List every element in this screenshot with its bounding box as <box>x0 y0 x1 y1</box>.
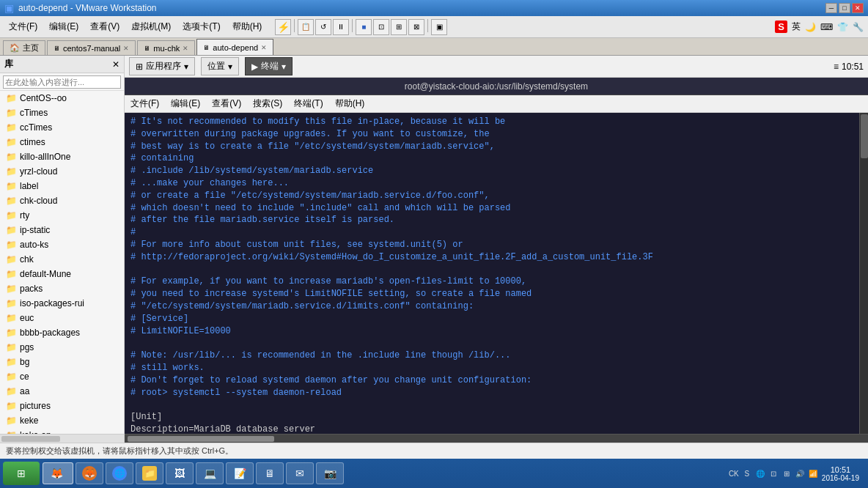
terminal-h-scrollbar[interactable] <box>125 434 868 443</box>
list-item[interactable]: 📁ccTimes <box>0 120 124 135</box>
minimize-button[interactable]: ─ <box>825 3 837 13</box>
terminal-label: 终端 <box>261 60 279 73</box>
term-menu-edit[interactable]: 编辑(E) <box>171 97 200 110</box>
toolbar-btn-5[interactable]: ■ <box>356 19 372 35</box>
list-item[interactable]: 📁ctimes <box>0 135 124 149</box>
term-line-3: # best way is to create a file "/etc/sys… <box>130 141 853 153</box>
toolbar-btn-7[interactable]: ⊞ <box>391 19 407 35</box>
list-item[interactable]: 📁pictures <box>0 399 124 413</box>
start-button[interactable]: ⊞ <box>3 462 40 485</box>
terminal-content[interactable]: # It's not recommended to modify this fi… <box>125 113 859 434</box>
term-line-19 <box>130 337 853 350</box>
appbar-location[interactable]: 位置 ▾ <box>201 57 239 75</box>
term-line-25: [Unit] <box>130 411 853 424</box>
tab-auto-depend[interactable]: 🖥 auto-depend ✕ <box>196 39 273 55</box>
systray-s: S <box>741 467 753 479</box>
toolbar-btn-8[interactable]: ⊠ <box>408 19 424 35</box>
list-item[interactable]: 📁iso-packages-rui <box>0 296 124 311</box>
sidebar-h-scrollbar[interactable] <box>0 434 124 443</box>
folder-icon: 📁 <box>6 269 17 279</box>
list-item[interactable]: 📁ce <box>0 369 124 384</box>
taskbar-app-chrome[interactable]: 🌐 <box>106 462 133 484</box>
tab-home[interactable]: 🏠 主页 <box>3 40 45 55</box>
list-item[interactable]: 📁pgs <box>0 340 124 355</box>
term-menu-view[interactable]: 查看(V) <box>212 97 241 110</box>
taskbar-app-8[interactable]: ✉ <box>286 462 314 484</box>
list-item[interactable]: 📁default-Mune <box>0 267 124 281</box>
vm-brand-icon: S <box>775 21 787 33</box>
list-item[interactable]: 📁keke <box>0 413 124 428</box>
tab-auto-depend-close[interactable]: ✕ <box>261 44 267 51</box>
systray-icon2: ⊞ <box>781 467 792 479</box>
menu-view[interactable]: 查看(V) <box>86 19 124 34</box>
sidebar: 库 ✕ 📁CentOS--oo 📁cTimes 📁ccTimes 📁ctimes… <box>0 56 125 443</box>
tab-centos7-manual[interactable]: 🖥 centos7-manual ✕ <box>47 40 136 55</box>
titlebar-controls[interactable]: ─ □ ✕ <box>825 3 864 13</box>
list-item[interactable]: 📁cTimes <box>0 106 124 120</box>
term-line-18: # LimitNOFILE=10000 <box>130 325 853 338</box>
menu-help[interactable]: 帮助(H) <box>228 19 267 34</box>
systray-clock: 10:51 2016-04-19 <box>822 465 859 482</box>
toolbar-btn-4[interactable]: ⏸ <box>333 19 349 35</box>
tab-mu-chk-close[interactable]: ✕ <box>183 45 188 52</box>
taskbar-app-9[interactable]: 📷 <box>316 462 344 484</box>
toolbar-btn-1[interactable]: ⚡ <box>275 19 291 35</box>
list-item[interactable]: 📁bbbb-packages <box>0 325 124 340</box>
statusbar-text: 要将控制权交给该虚拟机，请将鼠标指针移入其中或按 Ctrl+G。 <box>6 446 233 456</box>
sidebar-close-button[interactable]: ✕ <box>112 59 119 70</box>
term-line-5: # .include /lib/systemd/system/mariadb.s… <box>130 165 853 177</box>
list-item[interactable]: 📁keke-en <box>0 428 124 434</box>
close-button[interactable]: ✕ <box>852 3 864 13</box>
toolbar-btn-9[interactable]: ▣ <box>431 19 447 35</box>
taskbar-app-5[interactable]: 💻 <box>196 462 224 484</box>
list-item[interactable]: 📁chk <box>0 252 124 267</box>
list-item[interactable]: 📁aa <box>0 384 124 399</box>
taskbar-app-vmware[interactable]: 🦊 <box>43 462 73 484</box>
apps-chevron: ▾ <box>184 62 188 72</box>
term-line-24 <box>130 399 853 411</box>
terminal-wrapper: ⊞ 应用程序 ▾ 位置 ▾ ▶ 终端 ▾ ≡ 10:51 <box>125 56 868 443</box>
list-item[interactable]: 📁CentOS--oo <box>0 91 124 106</box>
list-item[interactable]: 📁rty <box>0 208 124 223</box>
term-menu-terminal[interactable]: 终端(T) <box>294 97 323 110</box>
taskbar-app-4[interactable]: 🖼 <box>166 462 194 484</box>
list-item[interactable]: 📁bg <box>0 355 124 369</box>
appbar-apps[interactable]: ⊞ 应用程序 ▾ <box>129 57 195 75</box>
list-item[interactable]: 📁chk-cloud <box>0 193 124 208</box>
sidebar-search-container <box>0 73 124 91</box>
toolbar-sep-1 <box>294 19 295 32</box>
toolbar-btn-3[interactable]: ↺ <box>315 19 331 35</box>
folder-icon: 📁 <box>6 415 17 426</box>
terminal-v-scrollbar[interactable] <box>859 113 868 434</box>
list-item[interactable]: 📁euc <box>0 311 124 325</box>
systray-date: 2016-04-19 <box>822 474 859 482</box>
tab-mu-chk[interactable]: 🖥 mu-chk ✕ <box>137 40 195 55</box>
files-taskbar-icon: 📁 <box>142 466 157 481</box>
term-menu-search[interactable]: 搜索(S) <box>253 97 282 110</box>
maximize-button[interactable]: □ <box>839 3 850 13</box>
appbar-terminal[interactable]: ▶ 终端 ▾ <box>245 57 293 75</box>
appbar-right: ≡ 10:51 <box>834 62 864 72</box>
taskbar-app-7[interactable]: 🖥 <box>256 462 284 484</box>
term-line-9: # after the file mariadb.service itself … <box>130 214 853 226</box>
list-item[interactable]: 📁ip-static <box>0 223 124 237</box>
menu-file[interactable]: 文件(F) <box>4 19 42 34</box>
list-item[interactable]: 📁packs <box>0 281 124 296</box>
menu-tabs[interactable]: 选项卡(T) <box>178 19 224 34</box>
list-item[interactable]: 📁killo-allInOne <box>0 149 124 164</box>
menu-edit[interactable]: 编辑(E) <box>45 19 83 34</box>
tab-centos7-close[interactable]: ✕ <box>123 45 129 52</box>
toolbar-btn-2[interactable]: 📋 <box>298 19 314 35</box>
taskbar-app-6[interactable]: 📝 <box>226 462 254 484</box>
toolbar-btn-6[interactable]: ⊡ <box>373 19 389 35</box>
list-item[interactable]: 📁yrzl-cloud <box>0 164 124 179</box>
sidebar-search-input[interactable] <box>3 75 121 89</box>
term-menu-help[interactable]: 帮助(H) <box>335 97 365 110</box>
taskbar-app-files[interactable]: 📁 <box>136 462 163 484</box>
taskbar-app-firefox[interactable]: 🦊 <box>76 462 103 484</box>
systray-icon4: 📶 <box>807 467 819 479</box>
list-item[interactable]: 📁auto-ks <box>0 237 124 252</box>
menu-vm[interactable]: 虚拟机(M) <box>127 19 175 34</box>
term-menu-file[interactable]: 文件(F) <box>130 97 159 110</box>
list-item[interactable]: 📁label <box>0 179 124 193</box>
